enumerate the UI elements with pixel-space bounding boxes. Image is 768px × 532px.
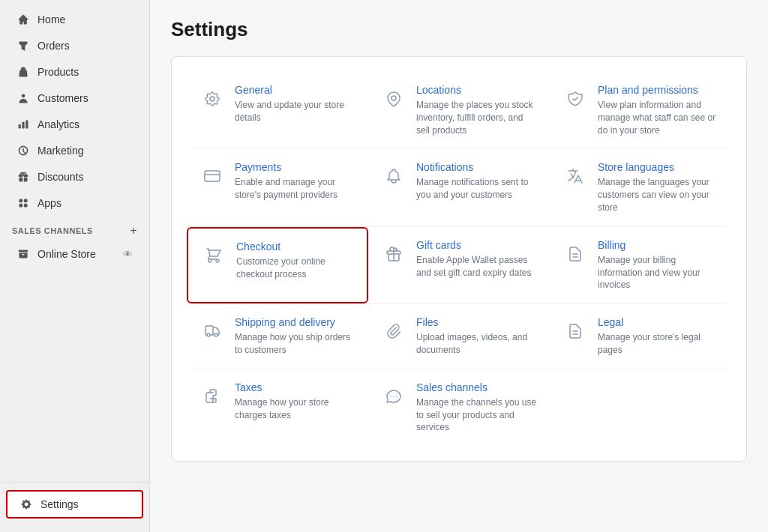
notifications-title: Notifications [416,161,538,173]
gift-cards-title: Gift cards [416,239,538,251]
billing-title: Billing [598,239,719,251]
home-icon [16,13,30,26]
location-icon [380,85,407,112]
payments-desc: Enable and manage your store's payment p… [235,176,356,202]
settings-item-payments[interactable]: Payments Enable and manage your store's … [187,149,368,226]
sidebar-item-label: Customers [38,92,88,104]
languages-icon [562,163,589,190]
settings-item-general[interactable]: General View and update your store detai… [187,72,368,148]
locations-desc: Manage the places you stock inventory, f… [416,99,538,136]
settings-item-shipping[interactable]: Shipping and delivery Manage how you shi… [187,304,368,369]
shipping-desc: Manage how you ship orders to customers [235,331,356,357]
sidebar-item-orders[interactable]: Orders [4,33,145,58]
sidebar-item-home[interactable]: Home [4,7,145,32]
notifications-desc: Manage notifications sent to you and you… [416,176,538,202]
settings-item-checkout[interactable]: Checkout Customize your online checkout … [187,227,368,303]
checkout-icon [200,242,227,269]
settings-item-billing[interactable]: Billing Manage your billing information … [550,227,731,303]
gear-icon [199,85,226,112]
gift-icon [380,241,407,267]
taxes-icon [199,383,226,410]
legal-icon [562,318,589,345]
payments-icon [199,163,226,190]
sidebar-nav: Home Orders Products Customers Analytics [0,0,149,482]
billing-desc: Manage your billing information and view… [598,254,719,291]
sidebar-item-analytics[interactable]: Analytics [4,112,145,137]
sidebar-item-label: Analytics [38,118,80,130]
settings-item-gift-cards[interactable]: Gift cards Enable Apple Wallet passes an… [368,227,550,303]
legal-title: Legal [598,316,719,328]
sales-channels-header: SALES CHANNELS + [0,217,149,241]
general-title: General [235,84,356,96]
sidebar-item-label: Discounts [38,171,83,183]
eye-icon: 👁 [123,249,133,260]
general-desc: View and update your store details [235,99,356,124]
sales-channels-desc: Manage the channels you use to sell your… [416,396,538,434]
analytics-icon [16,118,30,131]
plan-permissions-desc: View plan information and manage what st… [598,99,719,136]
checkout-desc: Customize your online checkout process [236,256,355,281]
settings-item-plan-permissions[interactable]: Plan and permissions View plan informati… [550,72,731,148]
sidebar-item-settings[interactable]: Settings [6,490,143,519]
files-title: Files [416,316,538,328]
store-languages-desc: Manage the languages your customers can … [598,176,719,214]
sidebar-item-label: Products [38,66,79,78]
sales-channels-icon [380,383,407,410]
billing-icon [562,241,589,267]
products-icon [16,65,30,79]
settings-grid-container: General View and update your store detai… [171,56,747,462]
shipping-title: Shipping and delivery [235,316,356,328]
sidebar-item-marketing[interactable]: Marketing [4,138,145,163]
sidebar-item-online-store[interactable]: Online Store 👁 [4,241,145,267]
page-title: Settings [171,18,747,41]
files-icon [380,318,407,345]
checkout-title: Checkout [236,241,355,253]
settings-grid: General View and update your store detai… [187,72,731,446]
customers-icon [16,91,30,105]
sidebar-bottom: Settings [0,482,149,532]
files-desc: Upload images, videos, and documents [416,331,538,357]
settings-item-locations[interactable]: Locations Manage the places you stock in… [368,72,550,148]
store-languages-title: Store languages [598,161,719,173]
sales-channels-title: Sales channels [416,381,538,393]
gift-cards-desc: Enable Apple Wallet passes and set gift … [416,254,538,279]
taxes-desc: Manage how your store charges taxes [235,396,356,422]
sidebar-item-label: Orders [38,40,70,52]
store-icon [16,247,30,261]
apps-icon [16,196,30,210]
taxes-title: Taxes [235,381,356,393]
sidebar-item-label: Apps [38,197,62,209]
settings-item-store-languages[interactable]: Store languages Manage the languages you… [550,149,731,226]
sidebar: Home Orders Products Customers Analytics [0,0,150,532]
sidebar-item-customers[interactable]: Customers [4,85,145,111]
sidebar-item-apps[interactable]: Apps [4,190,145,216]
discounts-icon [16,170,30,184]
add-sales-channel-icon[interactable]: + [130,224,137,238]
settings-item-notifications[interactable]: Notifications Manage notifications sent … [368,149,550,226]
sidebar-item-label: Home [38,13,65,25]
sidebar-item-label: Marketing [38,145,83,157]
settings-label: Settings [40,498,79,510]
notifications-icon [380,163,407,190]
sidebar-item-products[interactable]: Products [4,59,145,85]
shipping-icon [199,318,226,345]
marketing-icon [16,144,30,157]
settings-item-legal[interactable]: Legal Manage your store's legal pages [550,304,731,369]
settings-item-taxes[interactable]: Taxes Manage how your store charges taxe… [187,369,368,446]
locations-title: Locations [416,84,538,96]
main-content: Settings General View and update your st… [150,0,768,532]
plan-permissions-title: Plan and permissions [598,84,719,96]
sidebar-item-discounts[interactable]: Discounts [4,164,145,190]
settings-item-files[interactable]: Files Upload images, videos, and documen… [368,304,550,369]
settings-icon [20,498,33,511]
plan-icon [562,85,589,112]
payments-title: Payments [235,161,356,173]
legal-desc: Manage your store's legal pages [598,331,719,357]
settings-item-sales-channels[interactable]: Sales channels Manage the channels you u… [368,369,550,446]
online-store-label: Online Store [38,248,96,260]
orders-icon [16,39,30,52]
svg-rect-0 [205,171,220,181]
